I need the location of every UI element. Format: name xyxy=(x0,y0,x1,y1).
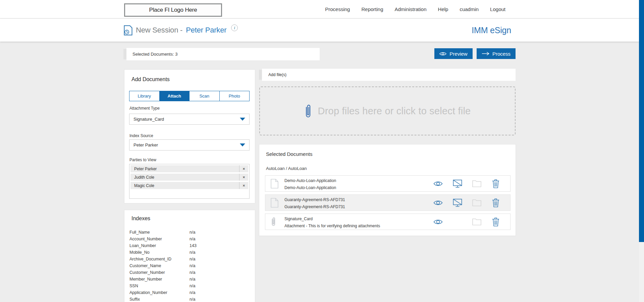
index-value: n/a xyxy=(190,270,195,275)
tab-scan[interactable]: Scan xyxy=(190,91,220,101)
selected-documents-panel: Selected Documents AutoLoan / AutoLoan D… xyxy=(259,144,516,236)
document-row: Guaranty-Agreement-RS-AFD731 Guaranty-Ag… xyxy=(265,194,511,211)
chevron-down-icon xyxy=(240,118,245,121)
indexes-title: Indexes xyxy=(131,216,150,222)
fi-logo-text: Place FI Logo Here xyxy=(149,7,197,13)
top-nav: ProcessingReportingAdministrationHelpcua… xyxy=(325,0,505,18)
chevron-down-icon xyxy=(240,143,245,146)
index-value: n/a xyxy=(190,297,195,302)
add-documents-panel: Add Documents LibraryAttachScanPhoto Att… xyxy=(124,70,255,203)
selected-documents-title: Selected Documents xyxy=(266,151,312,157)
attachment-type-select[interactable]: Signature_Card xyxy=(129,114,250,125)
index-label: Suffix xyxy=(129,297,190,302)
remove-party-icon[interactable]: ✕ xyxy=(239,182,248,189)
index-source-select[interactable]: Peter Parker xyxy=(129,139,250,150)
party-name: Judith Cole xyxy=(130,174,239,181)
selected-count-accent xyxy=(123,49,126,59)
delete-document-icon[interactable] xyxy=(492,179,499,188)
screen: Place FI Logo Here ProcessingReportingAd… xyxy=(0,0,644,302)
document-row: Signature_Card Attachment - This is for … xyxy=(265,214,511,230)
add-documents-tabs: LibraryAttachScanPhoto xyxy=(129,91,250,101)
scrollbar-thumb[interactable] xyxy=(639,0,644,242)
index-label: Customer_Number xyxy=(129,270,190,275)
process-button[interactable]: Process xyxy=(477,48,516,59)
preview-document-icon[interactable] xyxy=(433,181,443,186)
paperclip-icon xyxy=(304,103,312,119)
index-value: n/a xyxy=(190,284,195,288)
nav-link-processing[interactable]: Processing xyxy=(325,6,350,12)
index-value: n/a xyxy=(190,257,195,261)
parties-listbox[interactable]: Peter Parker ✕ Judith Cole ✕ Magic Cole … xyxy=(129,164,250,199)
remote-monitor-icon[interactable] xyxy=(453,179,462,188)
delete-document-icon[interactable] xyxy=(492,198,499,207)
folder-icon[interactable] xyxy=(472,199,481,206)
document-title: Signature_Card xyxy=(284,217,313,221)
index-row: Application_Number n/a xyxy=(129,289,252,296)
indexes-panel: Indexes Full_Name n/a Account_Number n/a… xyxy=(124,210,255,302)
index-row: Suffix n/a xyxy=(129,296,252,302)
tab-library[interactable]: Library xyxy=(129,91,160,101)
index-row: Loan_Number 143 xyxy=(129,242,252,249)
tab-photo[interactable]: Photo xyxy=(220,91,250,101)
remove-party-icon[interactable]: ✕ xyxy=(239,165,248,172)
nav-link-administration[interactable]: Administration xyxy=(395,6,427,12)
attachment-type-value: Signature_Card xyxy=(133,117,164,122)
page-title: New Session - xyxy=(136,26,182,35)
add-documents-title: Add Documents xyxy=(131,76,170,82)
party-name: Peter Parker xyxy=(130,165,239,172)
index-source-label: Index Source xyxy=(129,133,153,138)
dropzone-text: Drop files here or click to select file xyxy=(318,106,471,117)
document-title: Guaranty-Agreement-RS-AFD731 xyxy=(284,197,345,202)
top-navbar: Place FI Logo Here ProcessingReportingAd… xyxy=(0,0,639,18)
file-dropzone[interactable]: Drop files here or click to select file xyxy=(259,86,516,135)
preview-document-icon[interactable] xyxy=(433,200,443,205)
document-file-icon xyxy=(271,198,278,207)
nav-link-help[interactable]: Help xyxy=(438,6,448,12)
folder-icon[interactable] xyxy=(472,180,481,187)
preview-button[interactable]: Preview xyxy=(434,48,473,59)
index-value: n/a xyxy=(190,237,195,241)
document-row: Demo-Auto-Loan-Application Demo-Auto-Loa… xyxy=(265,175,511,192)
index-value: n/a xyxy=(190,290,195,295)
eye-icon xyxy=(439,52,446,56)
party-item: Magic Cole ✕ xyxy=(130,182,248,189)
index-label: SSN xyxy=(129,284,190,288)
fi-logo-placeholder: Place FI Logo Here xyxy=(124,3,222,17)
add-files-bar: Add file(s) xyxy=(262,69,516,81)
index-label: Mobile_No xyxy=(129,250,190,255)
process-button-label: Process xyxy=(492,51,511,57)
session-history-icon xyxy=(124,25,132,36)
nav-link-logout[interactable]: Logout xyxy=(490,6,505,12)
info-icon[interactable]: i xyxy=(231,24,238,31)
index-source-value: Peter Parker xyxy=(133,142,158,147)
nav-link-cuadmin[interactable]: cuadmin xyxy=(460,6,479,12)
party-item: Peter Parker ✕ xyxy=(130,165,248,172)
scrollbar-track[interactable] xyxy=(639,0,644,302)
delete-document-icon[interactable] xyxy=(492,217,499,226)
index-value: 143 xyxy=(190,243,197,248)
index-label: Loan_Number xyxy=(129,243,190,248)
nav-link-reporting[interactable]: Reporting xyxy=(361,6,383,12)
remove-party-icon[interactable]: ✕ xyxy=(239,174,248,181)
index-row: Customer_Name n/a xyxy=(129,262,252,269)
index-label: Application_Number xyxy=(129,290,190,295)
session-user-link[interactable]: Peter Parker xyxy=(186,26,226,35)
index-value: n/a xyxy=(190,277,195,282)
preview-button-label: Preview xyxy=(449,51,467,57)
document-subtitle: Demo-Auto-Loan-Application xyxy=(284,185,336,190)
index-label: Full_Name xyxy=(129,230,190,235)
index-label: Archive_Document_ID xyxy=(129,257,190,261)
tab-attach[interactable]: Attach xyxy=(160,91,190,101)
attachment-type-label: Attachment Type xyxy=(129,106,160,111)
arrow-right-icon xyxy=(482,52,489,56)
attachment-paperclip-icon xyxy=(271,217,276,227)
index-label: Account_Number xyxy=(129,237,190,241)
session-title: New Session - Peter Parker i xyxy=(124,19,238,42)
remote-monitor-icon[interactable] xyxy=(453,198,462,207)
index-row: Full_Name n/a xyxy=(129,229,252,236)
preview-document-icon[interactable] xyxy=(433,219,443,225)
document-file-icon xyxy=(271,179,278,188)
folder-icon[interactable] xyxy=(472,218,481,225)
document-rows: Demo-Auto-Loan-Application Demo-Auto-Loa… xyxy=(265,175,511,233)
add-files-accent xyxy=(259,70,262,80)
